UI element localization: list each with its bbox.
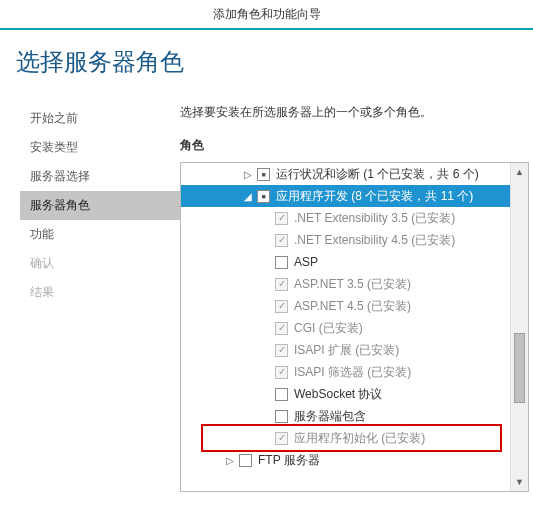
wizard-step-6: 结果 (20, 278, 180, 307)
tree-checkbox (275, 300, 288, 313)
tree-checkbox[interactable] (257, 190, 270, 203)
tree-node-label: ASP (294, 255, 318, 269)
wizard-step-3[interactable]: 服务器角色 (20, 191, 180, 220)
wizard-step-label: 确认 (30, 256, 54, 270)
tree-checkbox[interactable] (257, 168, 270, 181)
main-panel: 选择要安装在所选服务器上的一个或多个角色。 角色 ▷运行状况和诊断 (1 个已安… (180, 98, 533, 519)
tree-checkbox[interactable] (275, 410, 288, 423)
tree-row[interactable]: ASP.NET 3.5 (已安装) (181, 273, 510, 295)
tree-checkbox (275, 344, 288, 357)
scroll-down-arrow[interactable]: ▼ (511, 473, 528, 491)
tree-node-label: 应用程序初始化 (已安装) (294, 430, 425, 447)
wizard-step-0[interactable]: 开始之前 (20, 104, 180, 133)
roles-tree[interactable]: ▷运行状况和诊断 (1 个已安装，共 6 个)◢应用程序开发 (8 个已安装，共… (181, 163, 510, 475)
tree-node-label: CGI (已安装) (294, 320, 363, 337)
tree-checkbox (275, 432, 288, 445)
tree-checkbox[interactable] (275, 256, 288, 269)
wizard-step-label: 服务器角色 (30, 198, 90, 212)
tree-node-label: ISAPI 扩展 (已安装) (294, 342, 399, 359)
tree-checkbox (275, 212, 288, 225)
instruction-text: 选择要安装在所选服务器上的一个或多个角色。 (180, 104, 529, 121)
tree-row[interactable]: .NET Extensibility 3.5 (已安装) (181, 207, 510, 229)
wizard-step-label: 结果 (30, 285, 54, 299)
vertical-scrollbar[interactable]: ▲ ▼ (510, 163, 528, 491)
tree-row[interactable]: ◢应用程序开发 (8 个已安装，共 11 个) (181, 185, 510, 207)
tree-node-label: 应用程序开发 (8 个已安装，共 11 个) (276, 188, 473, 205)
wizard-step-label: 功能 (30, 227, 54, 241)
tree-row[interactable]: ASP (181, 251, 510, 273)
wizard-step-label: 服务器选择 (30, 169, 90, 183)
wizard-step-4[interactable]: 功能 (20, 220, 180, 249)
expand-icon[interactable]: ▷ (223, 455, 237, 466)
tree-node-label: .NET Extensibility 4.5 (已安装) (294, 232, 455, 249)
wizard-step-2[interactable]: 服务器选择 (20, 162, 180, 191)
tree-node-label: FTP 服务器 (258, 452, 320, 469)
tree-node-label: ASP.NET 3.5 (已安装) (294, 276, 411, 293)
tree-row[interactable]: .NET Extensibility 4.5 (已安装) (181, 229, 510, 251)
tree-node-label: WebSocket 协议 (294, 386, 382, 403)
roles-section-label: 角色 (180, 137, 529, 154)
tree-checkbox (275, 366, 288, 379)
tree-row[interactable]: 服务器端包含 (181, 405, 510, 427)
tree-row[interactable]: CGI (已安装) (181, 317, 510, 339)
window-title: 添加角色和功能向导 (0, 0, 533, 30)
tree-checkbox[interactable] (239, 454, 252, 467)
wizard-step-label: 安装类型 (30, 140, 78, 154)
window-title-text: 添加角色和功能向导 (213, 6, 321, 23)
tree-node-label: .NET Extensibility 3.5 (已安装) (294, 210, 455, 227)
tree-row[interactable]: ▷FTP 服务器 (181, 449, 510, 471)
tree-row[interactable]: 应用程序初始化 (已安装) (181, 427, 510, 449)
tree-node-label: 运行状况和诊断 (1 个已安装，共 6 个) (276, 166, 479, 183)
wizard-steps-sidebar: 开始之前安装类型服务器选择服务器角色功能确认结果 (0, 98, 180, 519)
wizard-step-5: 确认 (20, 249, 180, 278)
tree-checkbox[interactable] (275, 388, 288, 401)
expand-icon[interactable]: ▷ (241, 169, 255, 180)
tree-row[interactable]: WebSocket 协议 (181, 383, 510, 405)
wizard-step-label: 开始之前 (30, 111, 78, 125)
scroll-thumb[interactable] (514, 333, 525, 403)
page-title: 选择服务器角色 (0, 30, 533, 98)
tree-node-label: ASP.NET 4.5 (已安装) (294, 298, 411, 315)
tree-row[interactable]: ▷运行状况和诊断 (1 个已安装，共 6 个) (181, 163, 510, 185)
tree-checkbox (275, 278, 288, 291)
roles-tree-container: ▷运行状况和诊断 (1 个已安装，共 6 个)◢应用程序开发 (8 个已安装，共… (180, 162, 529, 492)
wizard-step-1[interactable]: 安装类型 (20, 133, 180, 162)
collapse-icon[interactable]: ◢ (241, 191, 255, 202)
scroll-up-arrow[interactable]: ▲ (511, 163, 528, 181)
tree-node-label: 服务器端包含 (294, 408, 366, 425)
tree-row[interactable]: ASP.NET 4.5 (已安装) (181, 295, 510, 317)
tree-row[interactable]: ISAPI 筛选器 (已安装) (181, 361, 510, 383)
tree-row[interactable]: ISAPI 扩展 (已安装) (181, 339, 510, 361)
tree-checkbox (275, 234, 288, 247)
page-title-text: 选择服务器角色 (16, 48, 184, 75)
tree-node-label: ISAPI 筛选器 (已安装) (294, 364, 411, 381)
tree-checkbox (275, 322, 288, 335)
